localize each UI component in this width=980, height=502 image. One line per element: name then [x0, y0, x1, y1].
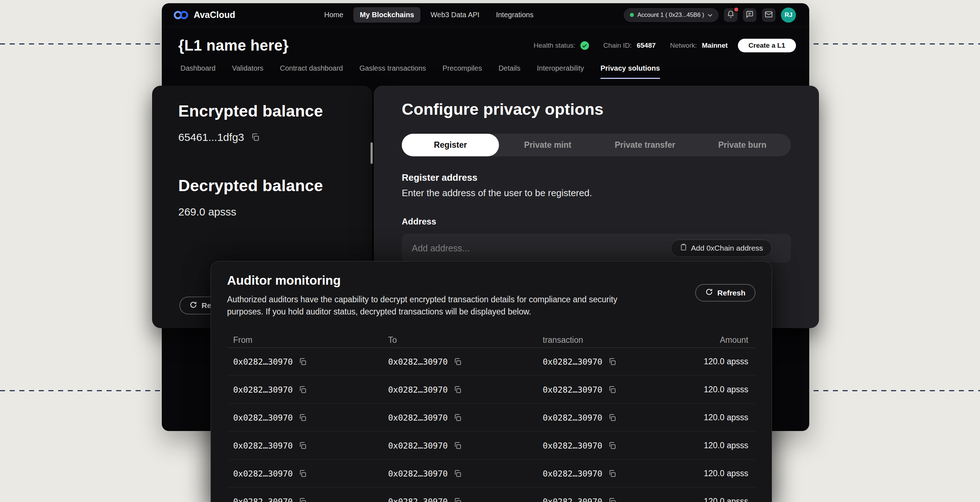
to-cell: 0x0282…30970 — [382, 385, 537, 394]
chain-id-value: 65487 — [637, 41, 656, 49]
transaction-cell: 0x0282…30970 — [537, 497, 691, 502]
nav-home[interactable]: Home — [318, 7, 350, 22]
copy-icon[interactable] — [298, 469, 307, 478]
to-address: 0x0282…30970 — [388, 441, 448, 450]
transaction-address: 0x0282…30970 — [543, 385, 602, 394]
to-cell: 0x0282…30970 — [382, 469, 537, 478]
amount-value: 120.0 apsss — [704, 469, 748, 478]
tab-validators[interactable]: Validators — [232, 64, 263, 79]
amount-value: 120.0 apsss — [704, 441, 748, 450]
tab-precompiles[interactable]: Precompiles — [443, 64, 482, 79]
from-cell: 0x0282…30970 — [227, 497, 382, 502]
copy-icon[interactable] — [608, 357, 617, 366]
account-status-dot-icon — [630, 13, 634, 17]
account-label: Account 1 ( 0x23...45B6 ) — [638, 11, 704, 18]
copy-icon[interactable] — [608, 413, 617, 422]
avacloud-logo-icon — [173, 10, 189, 20]
from-address: 0x0282…30970 — [233, 497, 293, 502]
notifications-button[interactable] — [724, 8, 738, 22]
l1-header: {L1 name here} Health status: Chain ID: … — [162, 27, 809, 54]
segment-register[interactable]: Register — [402, 134, 499, 156]
decrypted-balance-value: 269.0 apsss — [178, 206, 236, 218]
auditor-description: Authorized auditors have the capability … — [227, 293, 629, 318]
from-address: 0x0282…30970 — [233, 413, 293, 423]
copy-icon[interactable] — [453, 442, 462, 450]
nav-web3-data-api[interactable]: Web3 Data API — [424, 7, 486, 22]
brand-name: AvaCloud — [194, 10, 235, 20]
auditor-title: Auditor monitoring — [227, 273, 629, 288]
nav-integrations[interactable]: Integrations — [490, 7, 540, 22]
copy-icon[interactable] — [608, 442, 617, 450]
create-l1-button[interactable]: Create a L1 — [738, 39, 796, 52]
copy-icon[interactable] — [453, 497, 462, 502]
decrypted-balance-row: 269.0 apsss — [178, 206, 346, 218]
copy-icon[interactable] — [298, 386, 307, 394]
auditor-refresh-label: Refresh — [718, 289, 745, 297]
auditor-table-header: From To transaction Amount — [227, 333, 756, 348]
copy-icon[interactable] — [298, 357, 307, 366]
add-chain-address-button[interactable]: Add 0xChain address — [671, 240, 772, 257]
tab-dashboard[interactable]: Dashboard — [180, 64, 216, 79]
table-row: 0x0282…30970 0x0282…30970 0x0282…30970 — [227, 432, 756, 460]
health-check-icon — [581, 41, 589, 50]
encrypted-balance-value: 65461...1dfg3 — [178, 131, 244, 143]
copy-icon[interactable] — [298, 442, 307, 450]
copy-icon[interactable] — [453, 386, 462, 394]
feedback-button[interactable] — [743, 8, 757, 22]
auditor-header: Auditor monitoring Authorized auditors h… — [227, 273, 756, 318]
copy-icon[interactable] — [251, 133, 260, 142]
auditor-refresh-button[interactable]: Refresh — [695, 284, 756, 302]
table-row: 0x0282…30970 0x0282…30970 0x0282…30970 — [227, 460, 756, 488]
amount-value: 120.0 apsss — [704, 497, 748, 502]
address-input-wrap: Add 0xChain address — [402, 234, 791, 262]
tab-gasless-transactions[interactable]: Gasless transactions — [360, 64, 426, 79]
from-cell: 0x0282…30970 — [227, 357, 382, 367]
register-address-title: Register address — [402, 172, 791, 183]
user-avatar[interactable]: RJ — [781, 8, 796, 22]
column-header-amount: Amount — [691, 335, 756, 345]
segment-private-burn[interactable]: Private burn — [694, 134, 791, 156]
page: AvaCloud Home My Blockchains Web3 Data A… — [0, 0, 980, 502]
l1-tabbar: Dashboard Validators Contract dashboard … — [162, 54, 809, 79]
refresh-icon — [189, 301, 197, 311]
tab-contract-dashboard[interactable]: Contract dashboard — [280, 64, 343, 79]
transaction-address: 0x0282…30970 — [543, 497, 602, 502]
transaction-address: 0x0282…30970 — [543, 469, 602, 478]
decrypted-balance-title: Decrypted balance — [178, 176, 346, 195]
copy-icon[interactable] — [608, 469, 617, 478]
amount-cell: 120.0 apsss — [691, 469, 756, 478]
auditor-table: From To transaction Amount 0x0282…30970 … — [227, 333, 756, 502]
amount-cell: 120.0 apsss — [691, 357, 756, 367]
segment-private-mint[interactable]: Private mint — [499, 134, 596, 156]
transaction-address: 0x0282…30970 — [543, 413, 602, 423]
from-address: 0x0282…30970 — [233, 441, 293, 450]
chain-id-label: Chain ID: — [603, 41, 632, 49]
copy-icon[interactable] — [453, 469, 462, 478]
amount-cell: 120.0 apsss — [691, 497, 756, 502]
copy-icon[interactable] — [608, 497, 617, 502]
tab-privacy-solutions[interactable]: Privacy solutions — [600, 64, 660, 79]
tab-interoperability[interactable]: Interoperability — [537, 64, 584, 79]
l1-meta: Health status: Chain ID: 65487 Network: … — [534, 39, 796, 52]
scrollbar-thumb[interactable] — [371, 142, 373, 164]
encrypted-balance-title: Encrypted balance — [178, 102, 346, 121]
tab-details[interactable]: Details — [499, 64, 520, 79]
copy-icon[interactable] — [298, 497, 307, 502]
mail-icon — [765, 10, 773, 19]
segment-private-transfer[interactable]: Private transfer — [597, 134, 694, 156]
copy-icon[interactable] — [608, 386, 617, 394]
copy-icon[interactable] — [453, 357, 462, 366]
mail-button[interactable] — [762, 8, 776, 22]
register-address-description: Enter the address of the user to be regi… — [402, 187, 791, 199]
nav-my-blockchains[interactable]: My Blockchains — [353, 7, 420, 22]
table-row: 0x0282…30970 0x0282…30970 0x0282…30970 — [227, 376, 756, 404]
from-address: 0x0282…30970 — [233, 357, 293, 367]
copy-icon[interactable] — [453, 413, 462, 422]
account-selector[interactable]: Account 1 ( 0x23...45B6 ) — [624, 8, 719, 22]
privacy-segmented-control: Register Private mint Private transfer P… — [402, 134, 791, 156]
column-header-transaction: transaction — [537, 335, 691, 345]
copy-icon[interactable] — [298, 413, 307, 422]
to-address: 0x0282…30970 — [388, 357, 448, 367]
to-address: 0x0282…30970 — [388, 385, 448, 394]
from-cell: 0x0282…30970 — [227, 385, 382, 394]
